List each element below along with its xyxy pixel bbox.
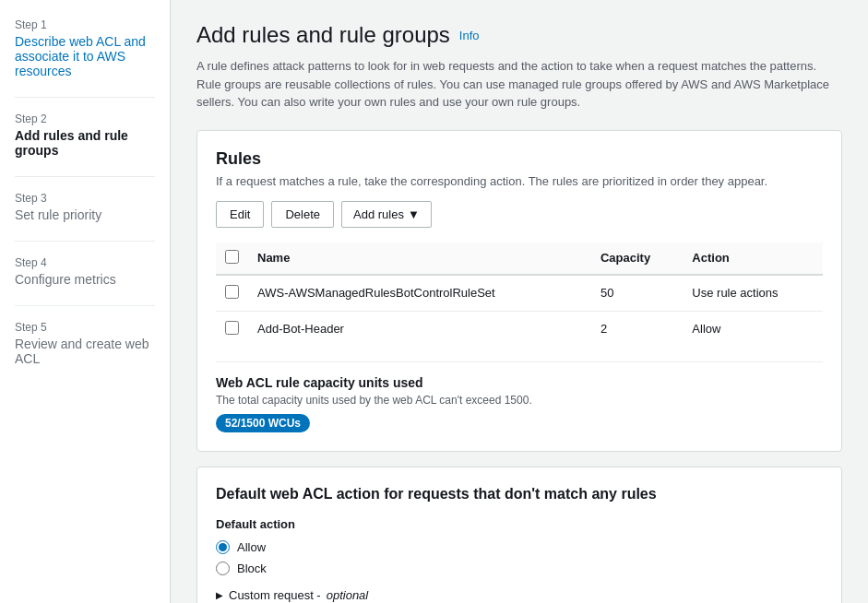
page-title-row: Add rules and rule groups Info [196, 22, 842, 48]
block-radio[interactable] [216, 562, 230, 575]
row-capacity-0: 50 [591, 275, 683, 312]
divider-4 [15, 305, 155, 306]
name-column-header: Name [248, 242, 591, 275]
sidebar-step-1-title[interactable]: Describe web ACL and associate it to AWS… [15, 34, 146, 78]
divider-1 [15, 97, 155, 98]
row-checkbox-0[interactable] [225, 285, 239, 299]
default-action-radio-group: Allow Block [216, 540, 823, 575]
sidebar-step-2-label: Step 2 [15, 112, 155, 125]
sidebar-step-5: Step 5 Review and create web ACL [15, 321, 155, 366]
row-checkbox-cell [216, 275, 248, 312]
row-checkbox-1[interactable] [225, 321, 239, 335]
default-action-card: Default web ACL action for requests that… [196, 467, 842, 604]
delete-button[interactable]: Delete [271, 201, 334, 228]
row-capacity-1: 2 [591, 311, 683, 347]
wcu-section: Web ACL rule capacity units used The tot… [216, 361, 823, 432]
select-all-header [216, 242, 248, 275]
sidebar-step-5-label: Step 5 [15, 321, 155, 334]
rules-card-subtitle: If a request matches a rule, take the co… [216, 174, 823, 188]
allow-radio[interactable] [216, 540, 230, 554]
sidebar-step-3: Step 3 Set rule priority [15, 192, 155, 222]
table-row: Add-Bot-Header 2 Allow [216, 311, 823, 347]
rules-toolbar: Edit Delete Add rules ▼ [216, 201, 823, 228]
sidebar-step-3-label: Step 3 [15, 192, 155, 205]
custom-request-section[interactable]: ▶ Custom request - optional [216, 588, 823, 602]
expand-arrow-icon: ▶ [216, 590, 223, 600]
sidebar-step-4-title: Configure metrics [15, 272, 155, 287]
add-rules-label: Add rules [353, 207, 404, 221]
action-column-header: Action [683, 242, 823, 275]
allow-label: Allow [237, 540, 266, 554]
info-link[interactable]: Info [459, 29, 480, 42]
divider-3 [15, 241, 155, 242]
row-name-0: AWS-AWSManagedRulesBotControlRuleSet [248, 275, 591, 312]
default-action-label: Default action [216, 517, 823, 531]
sidebar-step-2-title: Add rules and rule groups [15, 128, 155, 158]
sidebar-step-1-label: Step 1 [15, 18, 155, 31]
add-rules-button[interactable]: Add rules ▼ [341, 201, 432, 228]
sidebar-step-1: Step 1 Describe web ACL and associate it… [15, 18, 155, 78]
optional-label: optional [327, 588, 369, 602]
rules-table: Name Capacity Action AWS-AWSManagedRules… [216, 242, 823, 347]
sidebar-step-4: Step 4 Configure metrics [15, 256, 155, 287]
block-label: Block [237, 562, 267, 575]
rules-card: Rules If a request matches a rule, take … [196, 130, 842, 452]
row-checkbox-cell [216, 311, 248, 347]
edit-button[interactable]: Edit [216, 201, 264, 228]
allow-radio-item[interactable]: Allow [216, 540, 823, 554]
sidebar-step-2: Step 2 Add rules and rule groups [15, 112, 155, 158]
select-all-checkbox[interactable] [225, 250, 239, 264]
rules-card-title: Rules [216, 149, 823, 169]
page-title: Add rules and rule groups [196, 22, 450, 48]
custom-request-label: Custom request - [229, 588, 321, 602]
wcu-description: The total capacity units used by the web… [216, 394, 823, 407]
wcu-title: Web ACL rule capacity units used [216, 375, 823, 390]
row-action-1: Allow [683, 311, 823, 347]
sidebar: Step 1 Describe web ACL and associate it… [0, 0, 171, 603]
row-action-0: Use rule actions [683, 275, 823, 312]
main-content: Add rules and rule groups Info A rule de… [171, 0, 868, 603]
row-name-1: Add-Bot-Header [248, 311, 591, 347]
table-row: AWS-AWSManagedRulesBotControlRuleSet 50 … [216, 275, 823, 312]
sidebar-step-4-label: Step 4 [15, 256, 155, 269]
dropdown-arrow-icon: ▼ [408, 207, 420, 221]
sidebar-step-3-title: Set rule priority [15, 207, 155, 222]
default-action-title: Default web ACL action for requests that… [216, 486, 823, 502]
page-description: A rule defines attack patterns to look f… [196, 57, 842, 112]
capacity-column-header: Capacity [591, 242, 683, 275]
block-radio-item[interactable]: Block [216, 562, 823, 575]
sidebar-step-5-title: Review and create web ACL [15, 337, 155, 366]
divider-2 [15, 176, 155, 177]
wcu-badge: 52/1500 WCUs [216, 414, 310, 432]
